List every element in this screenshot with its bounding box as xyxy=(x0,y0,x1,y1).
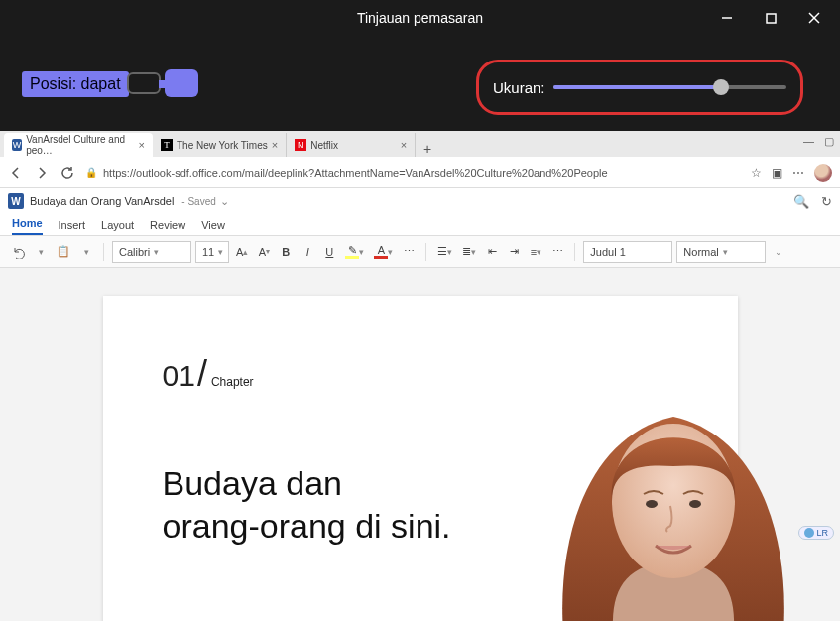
font-size-select[interactable]: 11▾ xyxy=(195,241,229,263)
chapter-label: Chapter xyxy=(209,375,254,393)
browser-minimize-icon[interactable]: — xyxy=(803,135,814,148)
more-font-button[interactable]: ⋯ xyxy=(400,241,418,263)
word-logo-icon: W xyxy=(8,193,24,209)
maximize-button[interactable] xyxy=(753,4,788,32)
decrease-indent-button[interactable]: ⇤ xyxy=(483,241,501,263)
size-slider[interactable] xyxy=(553,85,786,89)
browser-tabstrip: W VanArsdel Culture and peo… × T The New… xyxy=(0,131,840,157)
ribbon-tab-layout[interactable]: Layout xyxy=(101,219,134,235)
underline-button[interactable]: U xyxy=(320,241,338,263)
profile-avatar-icon[interactable] xyxy=(814,164,832,182)
browser-chrome: W VanArsdel Culture and peo… × T The New… xyxy=(0,131,840,188)
close-button[interactable] xyxy=(796,4,832,32)
font-color-button[interactable]: A▾ xyxy=(371,241,396,263)
increase-indent-button[interactable]: ⇥ xyxy=(505,241,523,263)
titlebar: Tinjauan pemasaran xyxy=(0,0,840,36)
size-label: Ukuran: xyxy=(493,79,545,96)
tab-label: The New York Times xyxy=(177,140,268,151)
nyt-favicon-icon: T xyxy=(161,139,173,151)
window-controls xyxy=(709,4,832,32)
size-control-highlight: Ukuran: xyxy=(476,60,803,115)
line-spacing-button[interactable]: ⋯ xyxy=(548,241,566,263)
document-canvas[interactable]: 01 / Chapter Budaya danorang-orang di si… xyxy=(0,268,840,621)
position-connector xyxy=(159,80,192,88)
tab-close-icon[interactable]: × xyxy=(139,139,145,151)
ribbon-tab-view[interactable]: View xyxy=(201,219,225,235)
word-app-header: W Budaya dan Orang VanArsdel - Saved ⌄ 🔍… xyxy=(0,188,840,268)
styles-expand-button[interactable]: ⌄ xyxy=(770,241,787,263)
ribbon-tab-home[interactable]: Home xyxy=(12,217,43,235)
favorite-icon[interactable]: ☆ xyxy=(751,166,762,180)
netflix-favicon-icon: N xyxy=(295,139,306,151)
overlay-controls-row: Posisi: dapat Ukuran: xyxy=(0,60,840,119)
svg-point-6 xyxy=(689,500,701,508)
extensions-icon[interactable]: ▣ xyxy=(772,166,782,180)
browser-menu-icon[interactable]: ⋯ xyxy=(792,166,804,180)
size-slider-thumb[interactable] xyxy=(713,79,729,95)
italic-button[interactable]: I xyxy=(299,241,316,263)
browser-address-bar: 🔒 https://outlook-sdf.office.com/mail/de… xyxy=(0,157,840,188)
para-style-value: Normal xyxy=(683,246,718,258)
chapter-number: 01 xyxy=(163,359,195,393)
font-name-value: Calibri xyxy=(119,246,150,258)
undo-button[interactable] xyxy=(8,241,28,263)
position-control: Posisi: dapat xyxy=(22,71,129,97)
align-button[interactable]: ≡▾ xyxy=(527,241,544,263)
bullets-button[interactable]: ☰▾ xyxy=(434,241,455,263)
lock-icon: 🔒 xyxy=(85,167,97,178)
refresh-button[interactable] xyxy=(60,165,75,181)
size-slider-fill xyxy=(553,85,722,89)
decrease-font-button[interactable]: A▾ xyxy=(255,241,273,263)
format-painter-button[interactable]: ▾ xyxy=(77,241,95,263)
forward-button[interactable] xyxy=(34,165,50,181)
heading-style-select[interactable]: Judul 1 xyxy=(583,241,672,263)
url-text: https://outlook-sdf.office.com/mail/deep… xyxy=(103,167,608,179)
url-field[interactable]: 🔒 https://outlook-sdf.office.com/mail/de… xyxy=(85,167,741,179)
presenter-video-overlay[interactable] xyxy=(525,347,822,621)
title-dropdown-icon[interactable]: ⌄ xyxy=(220,195,229,208)
new-tab-button[interactable]: + xyxy=(416,141,439,157)
font-size-value: 11 xyxy=(202,246,214,258)
history-icon[interactable]: ↻ xyxy=(821,194,832,209)
app-header: Tinjauan pemasaran Posisi: dapat Ukuran: xyxy=(0,0,840,131)
person-illustration-icon xyxy=(525,347,822,621)
tab-label: VanArsdel Culture and peo… xyxy=(26,134,134,156)
browser-tab[interactable]: W VanArsdel Culture and peo… × xyxy=(4,133,153,157)
browser-maximize-icon[interactable]: ▢ xyxy=(824,135,834,148)
browser-tab[interactable]: N Netflix × xyxy=(287,133,416,157)
ribbon-tab-review[interactable]: Review xyxy=(150,219,185,235)
ribbon-tabs: Home Insert Layout Review View xyxy=(0,214,840,236)
svg-rect-1 xyxy=(767,14,776,23)
paste-button[interactable]: 📋 xyxy=(54,241,73,263)
minimize-button[interactable] xyxy=(709,4,745,32)
document-title[interactable]: Budaya dan Orang VanArsdel xyxy=(30,195,174,207)
numbering-button[interactable]: ≣▾ xyxy=(459,241,479,263)
svg-point-5 xyxy=(646,500,658,508)
bold-button[interactable]: B xyxy=(277,241,295,263)
tab-close-icon[interactable]: × xyxy=(401,139,407,151)
toggle-option-off[interactable] xyxy=(127,72,161,94)
redo-dropdown-icon[interactable]: ▾ xyxy=(32,241,50,263)
heading-style-value: Judul 1 xyxy=(590,246,625,258)
position-label: Posisi: dapat xyxy=(22,71,129,97)
ribbon-tab-insert[interactable]: Insert xyxy=(59,219,86,235)
tab-label: Netflix xyxy=(310,140,338,151)
document-title-row: W Budaya dan Orang VanArsdel - Saved ⌄ 🔍… xyxy=(0,188,840,214)
back-button[interactable] xyxy=(8,165,24,181)
browser-tab[interactable]: T The New York Times × xyxy=(153,133,287,157)
paragraph-style-select[interactable]: Normal▾ xyxy=(676,241,766,263)
save-status: - Saved xyxy=(181,196,215,207)
highlight-color-button[interactable]: ✎▾ xyxy=(342,241,367,263)
increase-font-button[interactable]: A▴ xyxy=(233,241,251,263)
window-title: Tinjauan pemasaran xyxy=(357,10,483,26)
formatting-toolbar: ▾ 📋 ▾ Calibri▾ 11▾ A▴ A▾ B I U ✎▾ A▾ ⋯ ☰… xyxy=(0,236,840,268)
font-family-select[interactable]: Calibri▾ xyxy=(112,241,191,263)
search-icon[interactable]: 🔍 xyxy=(793,194,809,209)
chapter-slash-icon: / xyxy=(197,353,207,395)
word-favicon-icon: W xyxy=(12,139,22,151)
tab-close-icon[interactable]: × xyxy=(272,139,278,151)
